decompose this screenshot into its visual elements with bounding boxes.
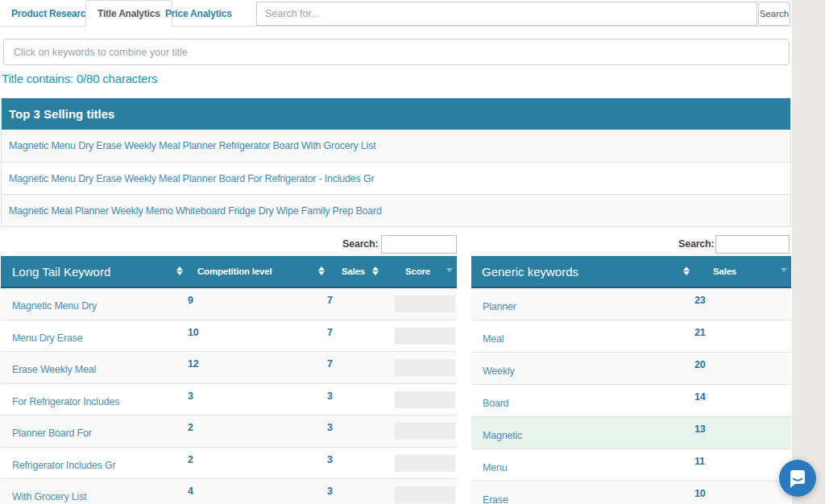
long-tail-table-row[interactable]: With Grocery List 4 3: [1, 479, 457, 504]
sales-cell: 14: [694, 391, 706, 403]
selling-title-row[interactable]: Magnetic Menu Dry Erase Weekly Meal Plan…: [2, 130, 790, 162]
long-tail-table-header: Long Tail Keyword Competition level Sale…: [1, 256, 457, 288]
generic-table-header: Generic keywords Sales: [471, 256, 791, 288]
score-bar-track: [395, 359, 455, 376]
long-tail-search-input[interactable]: [381, 235, 457, 254]
keyword-cell[interactable]: Magnetic Menu Dry: [1, 288, 97, 320]
keyword-cell[interactable]: Meal: [471, 320, 504, 352]
column-header-generic-sales[interactable]: Sales: [694, 256, 791, 287]
column-label: Sales: [713, 266, 736, 276]
sales-cell: 20: [694, 359, 706, 370]
keyword-cell[interactable]: Menu: [471, 449, 507, 481]
sales-cell: 7: [327, 327, 333, 338]
column-label: Score: [405, 266, 430, 276]
sort-icon[interactable]: [318, 266, 325, 275]
generic-table-row[interactable]: Meal 21: [471, 320, 791, 353]
top-selling-titles-panel: Top 3 Selling titles Magnetic Menu Dry E…: [1, 98, 791, 227]
keyword-cell[interactable]: Magnetic: [471, 417, 522, 448]
score-bar-track: [395, 423, 455, 440]
title-combine-input[interactable]: [3, 39, 790, 65]
long-tail-table-row[interactable]: For Refrigerator Includes 3 3: [1, 384, 457, 416]
sales-cell: 10: [694, 488, 706, 499]
long-tail-keyword-table: Long Tail Keyword Competition level Sale…: [1, 256, 457, 504]
sales-cell: 3: [327, 454, 333, 465]
generic-search-input[interactable]: [715, 235, 790, 254]
long-tail-table-body: Magnetic Menu Dry 9 7 Menu Dry Erase 10 …: [1, 288, 457, 504]
sales-cell: 21: [694, 327, 706, 338]
column-label: Long Tail Keyword: [12, 265, 110, 279]
score-bar-track: [395, 328, 455, 345]
sales-cell: 3: [327, 485, 333, 497]
competition-level-cell: 9: [188, 295, 193, 306]
sales-cell: 23: [694, 295, 706, 306]
sort-icon[interactable]: [683, 266, 690, 275]
generic-table-row[interactable]: Board 14: [471, 385, 791, 417]
top-selling-titles-header: Top 3 Selling titles: [2, 98, 790, 130]
score-bar-track: [395, 455, 455, 472]
keyword-cell[interactable]: Menu Dry Erase: [1, 320, 83, 352]
keyword-cell[interactable]: Weekly: [471, 353, 515, 384]
keyword-cell[interactable]: For Refrigerator Includes: [1, 384, 119, 415]
selling-title-row[interactable]: Magnetic Menu Dry Erase Weekly Meal Plan…: [2, 162, 790, 194]
main-tabbar: Product Research Title Analytics Price A…: [0, 0, 792, 27]
sort-icon[interactable]: [372, 266, 379, 275]
column-label: Competition level: [197, 266, 272, 276]
column-header-competition-level[interactable]: Competition level: [188, 256, 327, 287]
keyword-cell[interactable]: Erase: [471, 481, 508, 504]
keyword-cell[interactable]: Refrigerator Includes Gr: [1, 448, 116, 479]
generic-table-row[interactable]: Erase 10: [471, 481, 791, 504]
competition-level-cell: 4: [188, 485, 193, 497]
selling-title-text: Magnetic Menu Dry Erase Weekly Meal Plan…: [9, 173, 374, 184]
competition-level-cell: 10: [188, 327, 199, 338]
keyword-cell[interactable]: Board: [471, 385, 508, 416]
competition-level-cell: 2: [188, 422, 193, 433]
sales-cell: 7: [327, 295, 333, 306]
sort-desc-icon[interactable]: [781, 268, 787, 272]
selling-title-text: Magnetic Meal Planner Weekly Memo Whiteb…: [9, 205, 382, 217]
keyword-cell[interactable]: Planner: [471, 288, 516, 320]
generic-keywords-table: Generic keywords Sales Planner 23 Meal 2…: [471, 256, 791, 504]
selling-title-text: Magnetic Menu Dry Erase Weekly Meal Plan…: [9, 140, 375, 151]
sales-cell: 13: [694, 423, 706, 435]
search-button[interactable]: Search: [758, 2, 790, 26]
title-character-counter: Title contains: 0/80 characters: [2, 72, 157, 85]
generic-table-row[interactable]: Magnetic 13: [471, 417, 791, 449]
column-header-generic-keywords[interactable]: Generic keywords: [471, 256, 685, 287]
column-header-long-tail-keyword[interactable]: Long Tail Keyword: [1, 256, 188, 287]
generic-table-body: Planner 23 Meal 21 Weekly 20 Board 14 Ma…: [471, 288, 791, 504]
competition-level-cell: 2: [188, 454, 193, 465]
column-label: Sales: [342, 266, 365, 276]
generic-search-label: Search:: [678, 238, 713, 250]
keyword-cell[interactable]: Planner Board For: [1, 415, 92, 447]
column-header-score[interactable]: Score: [381, 256, 457, 287]
product-search-input[interactable]: [256, 2, 757, 26]
tab-price-analytics[interactable]: Price Analytics: [154, 0, 243, 27]
keyword-cell[interactable]: Erase Weekly Meal: [1, 352, 96, 383]
sales-cell: 7: [327, 358, 333, 370]
long-tail-table-row[interactable]: Menu Dry Erase 10 7: [1, 320, 457, 353]
sales-cell: 11: [694, 456, 705, 467]
long-tail-table-row[interactable]: Refrigerator Includes Gr 2 3: [1, 448, 457, 480]
long-tail-table-row[interactable]: Magnetic Menu Dry 9 7: [1, 288, 457, 320]
sales-cell: 3: [327, 390, 333, 402]
chat-widget-button[interactable]: [779, 460, 816, 497]
generic-table-row[interactable]: Menu 11: [471, 449, 791, 481]
top-selling-titles-list: Magnetic Menu Dry Erase Weekly Meal Plan…: [2, 130, 790, 226]
selling-title-row[interactable]: Magnetic Meal Planner Weekly Memo Whiteb…: [2, 194, 790, 226]
generic-table-row[interactable]: Planner 23: [471, 288, 791, 320]
generic-table-row[interactable]: Weekly 20: [471, 353, 791, 385]
page-gutter: [792, 0, 825, 504]
long-tail-search-label: Search:: [342, 238, 377, 250]
score-bar-track: [395, 486, 455, 503]
sort-icon[interactable]: [176, 266, 183, 275]
long-tail-table-row[interactable]: Planner Board For 2 3: [1, 415, 457, 448]
competition-level-cell: 12: [188, 358, 199, 370]
title-analytics-page: Product Research Title Analytics Price A…: [0, 0, 825, 504]
chat-bubble-icon: [779, 460, 816, 497]
long-tail-table-row[interactable]: Erase Weekly Meal 12 7: [1, 352, 457, 384]
sort-desc-icon[interactable]: [446, 268, 453, 272]
score-bar-track: [395, 391, 455, 408]
competition-level-cell: 3: [188, 390, 193, 402]
column-label: Generic keywords: [482, 265, 578, 279]
keyword-cell[interactable]: With Grocery List: [1, 479, 86, 504]
